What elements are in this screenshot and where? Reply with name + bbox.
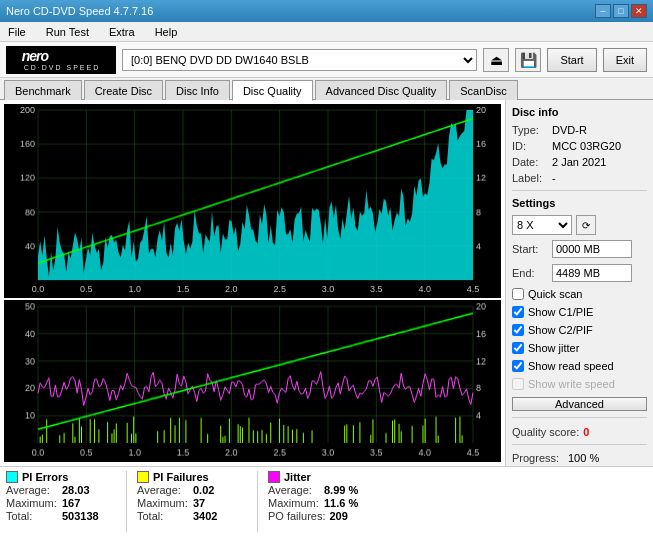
tab-disc-quality[interactable]: Disc Quality xyxy=(232,80,313,101)
show-jitter-row: Show jitter xyxy=(512,342,647,354)
end-label: End: xyxy=(512,267,548,279)
date-label: Date: xyxy=(512,156,548,168)
pi-errors-group: PI Errors Average: 28.03 Maximum: 167 To… xyxy=(6,471,116,532)
show-read-speed-row: Show read speed xyxy=(512,360,647,372)
disc-id-row: ID: MCC 03RG20 xyxy=(512,140,647,152)
pi-errors-avg-value: 28.03 xyxy=(62,484,90,496)
jitter-max-label: Maximum: xyxy=(268,497,320,509)
bottom-chart xyxy=(4,300,501,462)
show-c1-label: Show C1/PIE xyxy=(528,306,593,318)
jitter-color xyxy=(268,471,280,483)
minimize-button[interactable]: – xyxy=(595,4,611,18)
menu-file[interactable]: File xyxy=(4,25,30,39)
pi-errors-title: PI Errors xyxy=(6,471,116,483)
tab-bar: Benchmark Create Disc Disc Info Disc Qua… xyxy=(0,78,653,100)
tab-create-disc[interactable]: Create Disc xyxy=(84,80,163,100)
pi-errors-total-label: Total: xyxy=(6,510,58,522)
maximize-button[interactable]: □ xyxy=(613,4,629,18)
show-c1-checkbox[interactable] xyxy=(512,306,524,318)
menu-extra[interactable]: Extra xyxy=(105,25,139,39)
pi-failures-color xyxy=(137,471,149,483)
pi-errors-avg-label: Average: xyxy=(6,484,58,496)
progress-value: 100 % xyxy=(568,452,599,464)
tab-benchmark[interactable]: Benchmark xyxy=(4,80,82,100)
tab-advanced-disc-quality[interactable]: Advanced Disc Quality xyxy=(315,80,448,100)
jitter-label: Jitter xyxy=(284,471,311,483)
show-c2-checkbox[interactable] xyxy=(512,324,524,336)
advanced-button[interactable]: Advanced xyxy=(512,397,647,411)
speed-select[interactable]: 8 X 4 X 2 X Max xyxy=(512,215,572,235)
end-input[interactable] xyxy=(552,264,632,282)
show-write-speed-row: Show write speed xyxy=(512,378,647,390)
menu-help[interactable]: Help xyxy=(151,25,182,39)
logo: nero CD·DVD SPEED xyxy=(6,46,116,74)
disc-type-row: Type: DVD-R xyxy=(512,124,647,136)
main-content: Disc info Type: DVD-R ID: MCC 03RG20 Dat… xyxy=(0,100,653,466)
toolbar: nero CD·DVD SPEED [0:0] BENQ DVD DD DW16… xyxy=(0,42,653,78)
end-field-row: End: xyxy=(512,264,647,282)
close-button[interactable]: ✕ xyxy=(631,4,647,18)
eject-icon[interactable]: ⏏ xyxy=(483,48,509,72)
type-label: Type: xyxy=(512,124,548,136)
show-c2-row: Show C2/PIF xyxy=(512,324,647,336)
quick-scan-checkbox[interactable] xyxy=(512,288,524,300)
disc-label-row: Label: - xyxy=(512,172,647,184)
disc-date-row: Date: 2 Jan 2021 xyxy=(512,156,647,168)
menu-run-test[interactable]: Run Test xyxy=(42,25,93,39)
progress-row: Progress: 100 % xyxy=(512,452,647,464)
pi-failures-max-value: 37 xyxy=(193,497,205,509)
save-icon[interactable]: 💾 xyxy=(515,48,541,72)
tab-disc-info[interactable]: Disc Info xyxy=(165,80,230,100)
pi-errors-label: PI Errors xyxy=(22,471,68,483)
show-write-speed-checkbox[interactable] xyxy=(512,378,524,390)
pi-failures-title: PI Failures xyxy=(137,471,247,483)
date-value: 2 Jan 2021 xyxy=(552,156,606,168)
start-button[interactable]: Start xyxy=(547,48,596,72)
id-value: MCC 03RG20 xyxy=(552,140,621,152)
pi-failures-avg: Average: 0.02 xyxy=(137,484,247,496)
id-label: ID: xyxy=(512,140,548,152)
pi-errors-total-value: 503138 xyxy=(62,510,99,522)
disc-info-title: Disc info xyxy=(512,106,647,118)
quality-score-label: Quality score: xyxy=(512,426,579,438)
pi-errors-max-value: 167 xyxy=(62,497,80,509)
jitter-avg-label: Average: xyxy=(268,484,320,496)
quick-scan-label: Quick scan xyxy=(528,288,582,300)
show-read-speed-checkbox[interactable] xyxy=(512,360,524,372)
title-bar-controls: – □ ✕ xyxy=(595,4,647,18)
label-label: Label: xyxy=(512,172,548,184)
tab-scandisc[interactable]: ScanDisc xyxy=(449,80,517,100)
start-field-row: Start: xyxy=(512,240,647,258)
show-write-speed-label: Show write speed xyxy=(528,378,615,390)
title-bar-title: Nero CD-DVD Speed 4.7.7.16 xyxy=(6,5,153,17)
exit-button[interactable]: Exit xyxy=(603,48,647,72)
quality-score-row: Quality score: 0 xyxy=(512,426,647,438)
show-c1-row: Show C1/PIE xyxy=(512,306,647,318)
pi-errors-max: Maximum: 167 xyxy=(6,497,116,509)
menu-bar: File Run Test Extra Help xyxy=(0,22,653,42)
jitter-avg: Average: 8.99 % xyxy=(268,484,378,496)
quality-score-value: 0 xyxy=(583,426,589,438)
jitter-avg-value: 8.99 % xyxy=(324,484,358,496)
pi-errors-max-label: Maximum: xyxy=(6,497,58,509)
pi-failures-group: PI Failures Average: 0.02 Maximum: 37 To… xyxy=(137,471,247,532)
show-c2-label: Show C2/PIF xyxy=(528,324,593,336)
stats-bar: PI Errors Average: 28.03 Maximum: 167 To… xyxy=(0,466,653,536)
show-jitter-checkbox[interactable] xyxy=(512,342,524,354)
pi-errors-total: Total: 503138 xyxy=(6,510,116,522)
po-failures-label: PO failures: xyxy=(268,510,325,522)
pi-failures-max-label: Maximum: xyxy=(137,497,189,509)
drive-select[interactable]: [0:0] BENQ DVD DD DW1640 BSLB xyxy=(122,49,477,71)
jitter-max-value: 11.6 % xyxy=(324,497,358,509)
logo-text: nero xyxy=(22,48,48,64)
logo-sub: CD·DVD SPEED xyxy=(24,64,101,71)
settings-speed-row: 8 X 4 X 2 X Max ⟳ xyxy=(512,215,647,235)
start-input[interactable] xyxy=(552,240,632,258)
start-label: Start: xyxy=(512,243,548,255)
pi-failures-total-label: Total: xyxy=(137,510,189,522)
jitter-group: Jitter Average: 8.99 % Maximum: 11.6 % P… xyxy=(268,471,378,532)
po-failures-value: 209 xyxy=(329,510,347,522)
refresh-icon[interactable]: ⟳ xyxy=(576,215,596,235)
pi-errors-avg: Average: 28.03 xyxy=(6,484,116,496)
show-read-speed-label: Show read speed xyxy=(528,360,614,372)
